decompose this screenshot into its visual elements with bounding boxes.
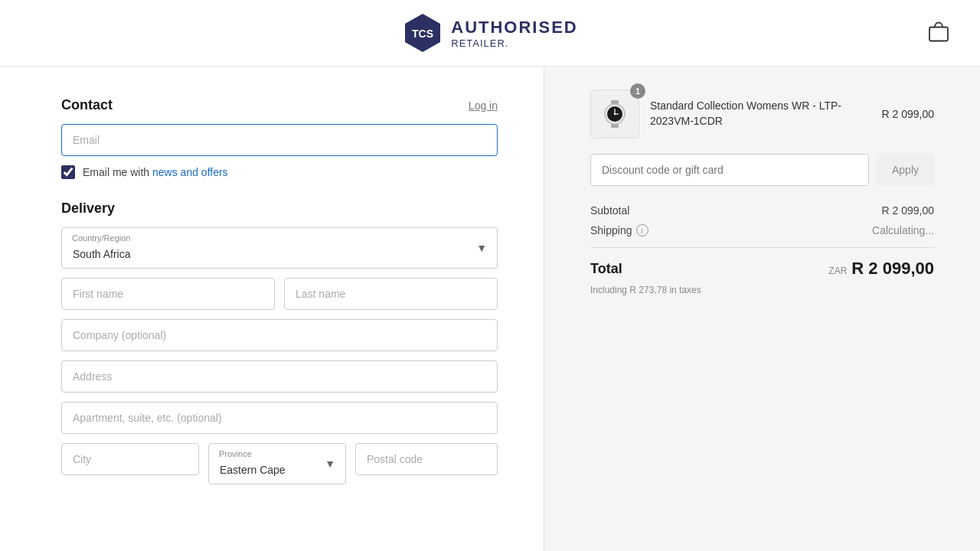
product-row: 1 Standard Collection Womens WR - LTP-20… (590, 90, 934, 139)
province-select-wrap: Province Eastern Cape Western Cape Gaute… (208, 443, 346, 484)
postal-wrap (355, 443, 498, 484)
header: TCS AUTHORISED RETAILER. (0, 0, 980, 67)
product-price: R 2 099,00 (882, 108, 935, 120)
left-panel: Contact Log in Email me with news and of… (0, 67, 544, 551)
address-field[interactable] (61, 360, 498, 393)
divider (590, 247, 934, 248)
contact-title: Contact (61, 97, 113, 113)
contact-header: Contact Log in (61, 97, 498, 113)
product-name: Standard Collection Womens WR - LTP-2023… (650, 99, 871, 129)
total-currency: ZAR (828, 266, 847, 276)
shipping-label: Shipping (590, 224, 632, 236)
cart-icon[interactable] (928, 21, 949, 45)
total-value: R 2 099,00 (851, 259, 934, 279)
tax-note: Including R 273,78 in taxes (590, 285, 934, 295)
product-quantity-badge: 1 (630, 83, 645, 99)
first-name-field[interactable] (61, 278, 275, 310)
watch-icon (599, 99, 630, 129)
logo: TCS AUTHORISED RETAILER. (402, 12, 577, 54)
company-field[interactable] (61, 319, 498, 351)
discount-input[interactable] (590, 154, 869, 186)
logo-main-text: AUTHORISED (451, 18, 577, 37)
postal-code-field[interactable] (355, 443, 498, 475)
apartment-field[interactable] (61, 402, 498, 434)
shipping-label-wrap: Shipping i (590, 224, 648, 236)
subtotal-row: Subtotal R 2 099,00 (590, 204, 934, 217)
newsletter-row: Email me with news and offers (61, 165, 498, 179)
logo-icon: TCS (402, 12, 443, 54)
logo-sub-text: RETAILER. (451, 37, 577, 49)
total-value-wrap: ZAR R 2 099,00 (828, 259, 934, 279)
main-layout: Contact Log in Email me with news and of… (0, 67, 980, 551)
shipping-row: Shipping i Calculating... (590, 224, 934, 236)
newsletter-checkbox[interactable] (61, 165, 75, 179)
svg-point-9 (614, 113, 616, 115)
country-select-wrap: Country/Region South Africa ▼ (61, 227, 498, 269)
name-row (61, 278, 498, 310)
city-field[interactable] (61, 443, 199, 475)
svg-rect-2 (929, 28, 948, 41)
city-wrap (61, 443, 199, 484)
right-panel: 1 Standard Collection Womens WR - LTP-20… (544, 67, 980, 551)
svg-text:TCS: TCS (412, 28, 433, 40)
discount-row: Apply (590, 154, 934, 186)
last-name-field[interactable] (284, 278, 498, 310)
bottom-address-row: Province Eastern Cape Western Cape Gaute… (61, 443, 498, 484)
shipping-value: Calculating... (872, 224, 934, 236)
subtotal-value: R 2 099,00 (882, 204, 935, 217)
total-label: Total (590, 261, 622, 277)
province-select[interactable]: Eastern Cape Western Cape Gauteng KwaZul… (208, 443, 346, 484)
newsletter-label: Email me with news and offers (83, 166, 228, 178)
product-info: Standard Collection Womens WR - LTP-2023… (650, 99, 871, 129)
apply-button[interactable]: Apply (877, 154, 934, 186)
subtotal-label: Subtotal (590, 204, 629, 217)
product-image-wrap: 1 (590, 90, 639, 139)
delivery-title: Delivery (61, 201, 498, 217)
total-row: Total ZAR R 2 099,00 (590, 259, 934, 279)
country-select[interactable]: South Africa (61, 227, 498, 269)
shipping-info-icon[interactable]: i (636, 224, 648, 236)
email-field[interactable] (61, 124, 498, 156)
product-image (590, 90, 639, 139)
log-in-link[interactable]: Log in (469, 99, 498, 112)
